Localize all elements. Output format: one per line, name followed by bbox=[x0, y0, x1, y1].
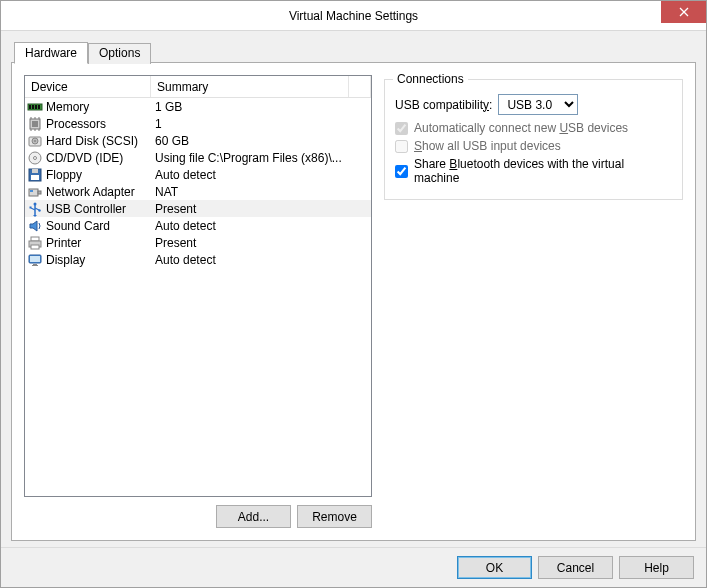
titlebar: Virtual Machine Settings bbox=[1, 1, 706, 31]
device-summary: 1 bbox=[151, 117, 371, 131]
device-table-header: Device Summary bbox=[25, 76, 371, 98]
device-name: Network Adapter bbox=[46, 185, 135, 199]
usb-compat-label: USB compatibility: bbox=[395, 98, 492, 112]
device-name: Floppy bbox=[46, 168, 82, 182]
table-row[interactable]: Sound CardAuto detect bbox=[25, 217, 371, 234]
column-header-extra[interactable] bbox=[349, 76, 371, 97]
ok-button[interactable]: OK bbox=[457, 556, 532, 579]
device-rows: Memory1 GBProcessors1Hard Disk (SCSI)60 … bbox=[25, 98, 371, 496]
svg-rect-36 bbox=[33, 264, 37, 265]
tab-options[interactable]: Options bbox=[88, 43, 151, 64]
table-row[interactable]: DisplayAuto detect bbox=[25, 251, 371, 268]
svg-marker-30 bbox=[30, 221, 37, 231]
svg-point-19 bbox=[34, 156, 37, 159]
network-adapter-icon bbox=[27, 184, 43, 200]
usb-compat-row: USB compatibility: USB 3.0 bbox=[395, 94, 672, 115]
svg-point-26 bbox=[34, 202, 37, 205]
device-summary: Present bbox=[151, 202, 371, 216]
remove-button[interactable]: Remove bbox=[297, 505, 372, 528]
dialog-body: Hardware Options Device Summary Memory1 … bbox=[1, 31, 706, 547]
auto-connect-checkbox bbox=[395, 122, 408, 135]
column-header-summary[interactable]: Summary bbox=[151, 76, 349, 97]
svg-rect-4 bbox=[32, 105, 34, 109]
close-button[interactable] bbox=[661, 1, 706, 23]
table-row[interactable]: PrinterPresent bbox=[25, 234, 371, 251]
device-summary: NAT bbox=[151, 185, 371, 199]
settings-window: Virtual Machine Settings Hardware Option… bbox=[0, 0, 707, 588]
connections-legend: Connections bbox=[393, 72, 468, 86]
svg-point-28 bbox=[38, 209, 40, 211]
printer-icon bbox=[27, 235, 43, 251]
hard-disk-icon bbox=[27, 133, 43, 149]
processors-icon bbox=[27, 116, 43, 132]
svg-rect-22 bbox=[31, 175, 39, 180]
sound-card-icon bbox=[27, 218, 43, 234]
svg-rect-5 bbox=[35, 105, 37, 109]
device-name: CD/DVD (IDE) bbox=[46, 151, 123, 165]
cancel-button[interactable]: Cancel bbox=[538, 556, 613, 579]
close-icon bbox=[679, 7, 689, 17]
svg-marker-29 bbox=[33, 215, 37, 217]
tab-panel-hardware: Device Summary Memory1 GBProcessors1Hard… bbox=[11, 62, 696, 541]
share-bluetooth-row[interactable]: Share Bluetooth devices with the virtual… bbox=[395, 157, 672, 185]
device-name: Hard Disk (SCSI) bbox=[46, 134, 138, 148]
table-row[interactable]: CD/DVD (IDE)Using file C:\Program Files … bbox=[25, 149, 371, 166]
show-all-label: Show all USB input devices bbox=[414, 139, 561, 153]
column-header-device[interactable]: Device bbox=[25, 76, 151, 97]
tab-hardware[interactable]: Hardware bbox=[14, 42, 88, 64]
add-remove-row: Add... Remove bbox=[24, 497, 372, 528]
device-name: USB Controller bbox=[46, 202, 126, 216]
svg-rect-25 bbox=[38, 191, 41, 194]
table-row[interactable]: USB ControllerPresent bbox=[25, 200, 371, 217]
cd-dvd-icon bbox=[27, 150, 43, 166]
device-name: Sound Card bbox=[46, 219, 110, 233]
svg-rect-35 bbox=[30, 256, 40, 262]
dialog-footer: OK Cancel Help bbox=[1, 547, 706, 587]
svg-rect-27 bbox=[30, 206, 32, 208]
device-name: Memory bbox=[46, 100, 89, 114]
device-name: Display bbox=[46, 253, 85, 267]
share-bluetooth-checkbox[interactable] bbox=[395, 165, 408, 178]
device-summary: Using file C:\Program Files (x86)\... bbox=[151, 151, 371, 165]
display-icon bbox=[27, 252, 43, 268]
svg-rect-8 bbox=[32, 121, 38, 127]
memory-icon bbox=[27, 99, 43, 115]
device-summary: 60 GB bbox=[151, 134, 371, 148]
device-table: Device Summary Memory1 GBProcessors1Hard… bbox=[24, 75, 372, 497]
add-button[interactable]: Add... bbox=[216, 505, 291, 528]
table-row[interactable]: Network AdapterNAT bbox=[25, 183, 371, 200]
device-summary: Auto detect bbox=[151, 168, 371, 182]
floppy-icon bbox=[27, 167, 43, 183]
table-row[interactable]: FloppyAuto detect bbox=[25, 166, 371, 183]
device-name: Processors bbox=[46, 117, 106, 131]
device-summary: 1 GB bbox=[151, 100, 371, 114]
show-all-checkbox bbox=[395, 140, 408, 153]
svg-rect-33 bbox=[31, 245, 39, 249]
auto-connect-row: Automatically connect new USB devices bbox=[395, 121, 672, 135]
show-all-row: Show all USB input devices bbox=[395, 139, 672, 153]
device-summary: Auto detect bbox=[151, 219, 371, 233]
svg-rect-21 bbox=[32, 169, 38, 173]
auto-connect-label: Automatically connect new USB devices bbox=[414, 121, 628, 135]
table-row[interactable]: Memory1 GB bbox=[25, 98, 371, 115]
device-name: Printer bbox=[46, 236, 81, 250]
svg-rect-24 bbox=[30, 190, 33, 192]
table-row[interactable]: Hard Disk (SCSI)60 GB bbox=[25, 132, 371, 149]
svg-rect-3 bbox=[29, 105, 31, 109]
table-row[interactable]: Processors1 bbox=[25, 115, 371, 132]
svg-rect-31 bbox=[31, 237, 39, 241]
window-title: Virtual Machine Settings bbox=[1, 9, 706, 23]
help-button[interactable]: Help bbox=[619, 556, 694, 579]
usb-compat-select[interactable]: USB 3.0 bbox=[498, 94, 578, 115]
svg-rect-6 bbox=[38, 105, 40, 109]
svg-rect-37 bbox=[32, 265, 38, 266]
tabstrip: Hardware Options bbox=[14, 41, 696, 62]
device-summary: Present bbox=[151, 236, 371, 250]
hardware-left-column: Device Summary Memory1 GBProcessors1Hard… bbox=[24, 75, 372, 528]
svg-point-17 bbox=[34, 140, 35, 141]
hardware-right-column: Connections USB compatibility: USB 3.0 A… bbox=[384, 75, 683, 528]
usb-controller-icon bbox=[27, 201, 43, 217]
device-summary: Auto detect bbox=[151, 253, 371, 267]
connections-group: Connections USB compatibility: USB 3.0 A… bbox=[384, 79, 683, 200]
share-bluetooth-label: Share Bluetooth devices with the virtual… bbox=[414, 157, 672, 185]
